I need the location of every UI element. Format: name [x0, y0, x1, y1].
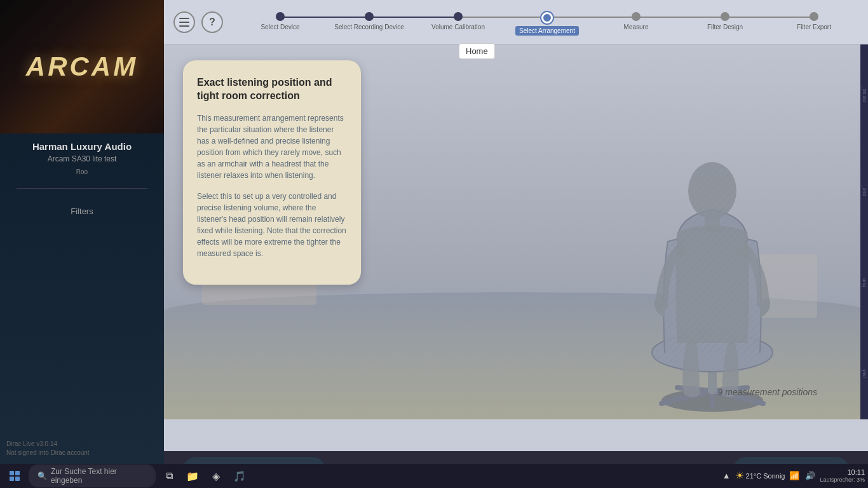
sidebar-divider — [17, 188, 147, 189]
volume-text: Lautsprecher: 3% — [820, 477, 865, 484]
step-line-4 — [547, 17, 636, 18]
right-hint-text-3: ung — [862, 278, 867, 287]
content-area: Exact listening position and tight room … — [164, 44, 868, 419]
chair-illustration-area — [588, 70, 830, 419]
sidebar: ARCAM Harman Luxury Audio Arcam SA30 lit… — [0, 0, 164, 464]
network-wifi-icon: 📶 — [789, 471, 799, 480]
info-text-2: Select this to set up a very controlled … — [197, 191, 347, 259]
logo-area: ARCAM — [0, 0, 164, 133]
step-line-2 — [369, 17, 458, 18]
system-tray: ▲ ☀ 21°C Sonnig 📶 🔊 10:11 Lautsprecher: … — [721, 468, 865, 484]
right-hint-text: _56.dst — [862, 86, 867, 102]
info-panel: Exact listening position and tight room … — [183, 60, 361, 285]
right-hint-text-2: _24b — [862, 185, 867, 196]
step-label-7: Filter Export — [797, 24, 831, 30]
step-label-5: Measure — [624, 24, 649, 30]
step-dot-6 — [721, 12, 729, 21]
step-select-arrangement[interactable]: Select Arrangement — [503, 12, 592, 36]
right-hint-text-4: ylist — [862, 369, 867, 378]
start-sq-1 — [10, 471, 14, 475]
time-text: 10:11 — [820, 468, 865, 477]
main-area: — □ ✕ ? Select Device Select Recording D… — [164, 0, 868, 464]
step-filter-export[interactable]: Filter Export — [770, 12, 858, 30]
info-title: Exact listening position and tight room … — [197, 76, 347, 103]
start-sq-3 — [10, 477, 14, 481]
weather-display: ☀ 21°C Sonnig — [735, 470, 785, 482]
weather-text: 21°C Sonnig — [746, 472, 785, 480]
measurement-count: 9 measurement positions — [718, 387, 817, 397]
device-name: Harman Luxury Audio — [32, 141, 132, 152]
home-dropdown[interactable]: Home — [459, 43, 495, 59]
music-button[interactable]: 🎵 — [229, 466, 250, 485]
step-label-6: Filter Design — [707, 24, 743, 30]
progress-bar: Select Device Select Recording Device Vo… — [236, 9, 858, 36]
start-button[interactable] — [3, 466, 25, 485]
home-dropdown-label: Home — [466, 46, 488, 56]
search-placeholder: Zur Suche Text hier eingeben — [51, 467, 147, 485]
clock-display: 10:11 Lautsprecher: 3% — [820, 468, 865, 484]
step-measure[interactable]: Measure — [592, 12, 681, 30]
info-text-1: This measurement arrangement represents … — [197, 112, 347, 181]
volume-icon: 🔊 — [805, 471, 815, 480]
taskbar: 🔍 Zur Suche Text hier eingeben ⧉ 📁 ◈ 🎵 ▲… — [0, 464, 868, 488]
task-view-button[interactable]: ⧉ — [159, 466, 179, 485]
menu-line-3 — [179, 25, 189, 27]
step-line-1 — [280, 17, 369, 18]
version-info: Dirac Live v3.0.14 Not signed into Dirac… — [6, 440, 90, 458]
network-icon: ▲ — [722, 471, 731, 480]
menu-button[interactable] — [173, 11, 195, 33]
step-dot-2 — [365, 12, 374, 21]
search-bar[interactable]: 🔍 Zur Suche Text hier eingeben — [29, 464, 156, 487]
sun-icon: ☀ — [735, 470, 744, 482]
search-icon: 🔍 — [37, 471, 47, 480]
start-sq-2 — [15, 471, 20, 475]
step-line-5 — [636, 17, 725, 18]
step-line-6 — [725, 17, 814, 18]
step-dot-1 — [276, 12, 285, 21]
step-label-3: Volume Calibration — [431, 24, 485, 30]
step-select-device[interactable]: Select Device — [236, 12, 325, 30]
help-button[interactable]: ? — [201, 11, 223, 33]
menu-line-1 — [179, 18, 189, 19]
version-text: Dirac Live v3.0.14 — [6, 440, 90, 449]
arcam-logo: ARCAM — [26, 51, 138, 82]
start-sq-4 — [15, 477, 20, 481]
step-label-1: Select Device — [261, 24, 299, 30]
step-volume-calibration[interactable]: Volume Calibration — [414, 12, 503, 30]
not-signed-text: Not signed into Dirac account — [6, 449, 90, 458]
step-dot-4 — [541, 12, 553, 24]
topbar: ? Select Device Select Recording Device … — [164, 0, 868, 44]
step-dot-5 — [632, 12, 641, 21]
step-dot-7 — [810, 12, 818, 21]
menu-line-2 — [179, 22, 189, 23]
device-subtitle: Arcam SA30 lite test — [48, 154, 117, 163]
sidebar-filters-label: Filters — [71, 207, 93, 216]
svg-point-10 — [688, 162, 736, 219]
step-dot-3 — [454, 12, 463, 21]
step-filter-design[interactable]: Filter Design — [681, 12, 770, 30]
step-label-2: Select Recording Device — [334, 24, 404, 30]
step-recording-device[interactable]: Select Recording Device — [325, 12, 414, 30]
code-button[interactable]: ◈ — [206, 466, 226, 485]
sidebar-meta: Roo — [76, 168, 88, 175]
right-panel-hint: _56.dst _24b ung ylist — [860, 44, 868, 419]
chair-svg — [588, 76, 830, 419]
start-icon — [10, 471, 20, 481]
step-label-4: Select Arrangement — [515, 26, 579, 36]
step-line-3 — [458, 17, 547, 18]
explorer-button[interactable]: 📁 — [182, 466, 203, 485]
